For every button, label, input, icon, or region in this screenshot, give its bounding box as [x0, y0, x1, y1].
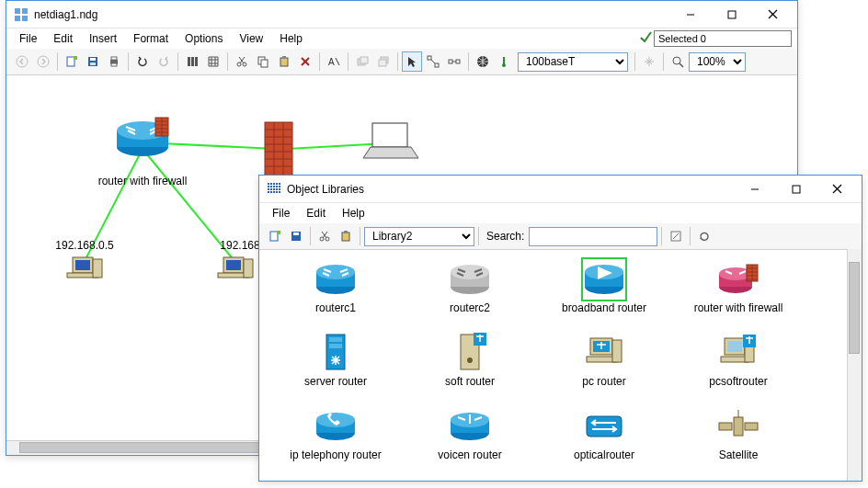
svg-line-104 [673, 233, 679, 239]
svg-rect-86 [273, 191, 275, 193]
svg-rect-90 [793, 186, 800, 193]
library-select[interactable]: Library2 [364, 227, 474, 246]
paste-button[interactable] [274, 51, 294, 72]
pan-button[interactable] [639, 51, 659, 72]
node-pc-right[interactable] [218, 257, 253, 278]
lib-paste-button[interactable] [336, 226, 356, 246]
svg-rect-57 [265, 122, 292, 176]
node-tool-button[interactable] [444, 51, 464, 72]
pointer-tool-button[interactable] [402, 51, 422, 72]
library-scrollbar-thumb[interactable] [849, 262, 860, 354]
library-item-label: pcsoftrouter [709, 375, 767, 388]
node-router-firewall[interactable] [117, 118, 168, 156]
minimize-button[interactable] [669, 2, 711, 28]
undo-button[interactable] [132, 51, 153, 72]
svg-rect-76 [273, 186, 275, 187]
lib-new-button[interactable] [265, 226, 285, 246]
lib-save-button[interactable] [286, 226, 306, 246]
svg-rect-16 [111, 57, 117, 60]
menu-view[interactable]: View [232, 30, 270, 47]
library-item-soft-router[interactable]: soft router [403, 329, 537, 403]
pc-router-icon [583, 333, 625, 373]
cable-pin-icon[interactable] [494, 51, 514, 72]
broadband-router-icon [583, 259, 625, 300]
node-pc-left[interactable] [67, 257, 102, 278]
server-router-icon [314, 333, 357, 373]
nav-back-button[interactable] [12, 51, 32, 72]
svg-rect-102 [344, 231, 348, 233]
svg-rect-71 [273, 183, 275, 185]
library-item-server-router[interactable]: server router [268, 329, 403, 403]
layer-back-button[interactable] [352, 51, 372, 72]
search-label: Search: [483, 230, 528, 243]
svg-rect-27 [280, 58, 288, 66]
lib-menu-help[interactable]: Help [335, 205, 372, 221]
search-input[interactable] [529, 227, 657, 246]
save-button[interactable] [83, 51, 103, 72]
main-toolbar: A 100baseT 100% [6, 49, 797, 75]
svg-rect-87 [276, 191, 278, 193]
library-vertical-scrollbar[interactable] [847, 249, 862, 481]
soft-router-icon [449, 333, 491, 373]
new-button[interactable] [62, 51, 82, 72]
library-item-satellite[interactable]: Satellite [671, 403, 805, 474]
svg-rect-17 [111, 63, 117, 66]
connect-tool-button[interactable] [423, 51, 443, 72]
node-firewall[interactable] [265, 122, 292, 176]
library-item-broadband-router[interactable]: broadband router [537, 255, 671, 329]
menu-format[interactable]: Format [126, 30, 176, 47]
library-item-label: soft router [445, 375, 495, 388]
svg-rect-26 [261, 60, 268, 67]
menu-options[interactable]: Options [177, 30, 230, 47]
zoom-button[interactable] [668, 51, 688, 72]
router-firewall-icon [717, 259, 760, 300]
router-icon [314, 259, 357, 300]
menu-insert[interactable]: Insert [82, 30, 124, 47]
lib-cut-button[interactable] [314, 226, 335, 246]
grid-button[interactable] [203, 51, 223, 72]
library-item-label: router with firewall [694, 301, 783, 314]
svg-rect-82 [276, 188, 278, 190]
svg-line-40 [431, 60, 435, 63]
svg-rect-58 [372, 123, 407, 147]
library-item-router-firewall[interactable]: router with firewall [671, 255, 805, 329]
library-item-pcsoftrouter[interactable]: pcsoftrouter [671, 329, 805, 403]
svg-rect-72 [276, 183, 278, 185]
menu-edit[interactable]: Edit [46, 30, 80, 47]
lib-minimize-button[interactable] [734, 176, 775, 202]
library-item-routerc1[interactable]: routerc1 [268, 255, 403, 329]
lib-menu-edit[interactable]: Edit [299, 205, 333, 221]
library-item-ip-telephony-router[interactable]: ip telephony router [268, 403, 403, 474]
close-button[interactable] [752, 2, 794, 28]
library-item-label: pc router [582, 375, 625, 388]
lib-menu-file[interactable]: File [265, 205, 297, 221]
lib-refresh-button[interactable] [694, 226, 714, 246]
lib-maximize-button[interactable] [775, 176, 817, 202]
cut-button[interactable] [232, 51, 252, 72]
library-item-routerc2[interactable]: routerc2 [403, 255, 537, 329]
copy-button[interactable] [253, 51, 273, 72]
lib-close-button[interactable] [817, 176, 858, 202]
redo-button[interactable] [154, 51, 174, 72]
svg-rect-140 [587, 416, 622, 437]
menu-help[interactable]: Help [272, 30, 310, 47]
main-window-controls [669, 2, 794, 28]
network-icon[interactable] [473, 51, 493, 72]
node-laptop[interactable] [363, 123, 418, 158]
library-item-voicen-router[interactable]: voicen router [403, 403, 537, 474]
menu-file[interactable]: File [12, 30, 44, 47]
selected-status-text: Selected 0 [658, 33, 706, 44]
svg-rect-36 [379, 60, 386, 66]
delete-button[interactable] [295, 51, 315, 72]
lib-edit-mode-button[interactable] [666, 226, 686, 246]
cable-type-select[interactable]: 100baseT [518, 52, 628, 72]
print-button[interactable] [104, 51, 124, 72]
align-button[interactable] [182, 51, 202, 72]
library-item-pc-router[interactable]: pc router [537, 329, 671, 403]
zoom-select[interactable]: 100% [689, 52, 746, 72]
text-tool-button[interactable]: A [324, 51, 344, 72]
nav-forward-button[interactable] [33, 51, 53, 72]
layer-front-button[interactable] [373, 51, 394, 72]
library-item-optical-router[interactable]: opticalrouter [537, 403, 671, 474]
maximize-button[interactable] [711, 2, 752, 28]
